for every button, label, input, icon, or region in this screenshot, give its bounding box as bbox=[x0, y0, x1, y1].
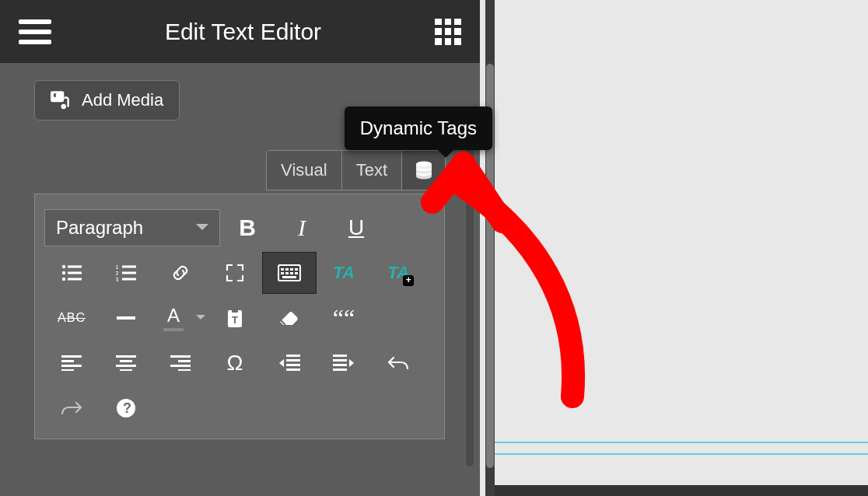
apps-grid-icon[interactable] bbox=[435, 19, 461, 45]
indent-icon bbox=[333, 355, 355, 372]
svg-rect-36 bbox=[116, 365, 136, 367]
svg-point-4 bbox=[62, 265, 65, 268]
svg-rect-38 bbox=[170, 355, 191, 358]
svg-rect-34 bbox=[116, 355, 136, 358]
ta-button-1[interactable]: TA bbox=[317, 252, 371, 294]
clear-formatting-button[interactable] bbox=[262, 297, 317, 339]
svg-rect-32 bbox=[61, 365, 82, 367]
svg-rect-28 bbox=[232, 308, 238, 313]
svg-rect-30 bbox=[61, 355, 82, 358]
svg-rect-35 bbox=[120, 360, 132, 362]
wysiwyg-toolbar: Paragraph B I U 123 TA TA ABC A bbox=[34, 194, 445, 439]
italic-button[interactable]: I bbox=[275, 205, 329, 250]
indent-button[interactable] bbox=[317, 342, 371, 384]
bullet-list-button[interactable] bbox=[44, 252, 99, 294]
keyboard-icon bbox=[278, 264, 301, 281]
add-media-button[interactable]: Add Media bbox=[34, 80, 180, 121]
help-icon: ? bbox=[116, 398, 136, 418]
canvas-footer bbox=[495, 485, 868, 496]
guide-line bbox=[495, 453, 868, 455]
svg-rect-31 bbox=[61, 360, 74, 362]
chevron-down-icon bbox=[196, 315, 205, 324]
outdent-icon bbox=[278, 355, 300, 372]
editor-tabs: Visual Text bbox=[266, 150, 446, 190]
align-right-button[interactable] bbox=[153, 342, 208, 384]
svg-rect-11 bbox=[122, 266, 136, 268]
inner-scrollbar[interactable] bbox=[466, 131, 474, 466]
format-select[interactable]: Paragraph bbox=[44, 209, 220, 246]
align-center-icon bbox=[116, 355, 136, 371]
menu-icon[interactable] bbox=[19, 19, 51, 44]
dynamic-tags-tooltip: Dynamic Tags bbox=[345, 107, 492, 150]
svg-rect-20 bbox=[295, 268, 298, 271]
chevron-down-icon bbox=[196, 224, 208, 236]
link-icon bbox=[170, 262, 191, 284]
preview-canvas bbox=[495, 0, 868, 496]
outdent-button[interactable] bbox=[262, 342, 317, 384]
svg-rect-45 bbox=[286, 369, 300, 371]
tab-visual[interactable]: Visual bbox=[267, 151, 341, 190]
ta-button-2[interactable]: TA bbox=[371, 252, 425, 294]
undo-button[interactable] bbox=[371, 342, 425, 384]
svg-rect-23 bbox=[290, 272, 293, 274]
numbered-list-icon: 123 bbox=[116, 264, 136, 281]
numbered-list-button[interactable]: 123 bbox=[99, 252, 153, 294]
svg-rect-19 bbox=[290, 268, 293, 271]
special-character-button[interactable]: Ω bbox=[208, 342, 262, 384]
ta-icon: TA bbox=[333, 263, 355, 283]
svg-rect-48 bbox=[333, 364, 347, 366]
svg-rect-42 bbox=[286, 355, 300, 357]
strikethrough-button[interactable]: ABC bbox=[44, 297, 99, 339]
panel-scrollbar[interactable] bbox=[485, 0, 495, 496]
guide-line bbox=[495, 442, 868, 443]
redo-button[interactable] bbox=[44, 387, 99, 429]
svg-rect-44 bbox=[286, 364, 300, 366]
svg-text:T: T bbox=[232, 314, 238, 326]
toolbar-toggle-button[interactable] bbox=[262, 252, 317, 294]
help-button[interactable]: ? bbox=[99, 387, 153, 429]
eraser-icon bbox=[278, 309, 300, 327]
panel-header: Edit Text Editor bbox=[0, 0, 480, 63]
svg-rect-41 bbox=[178, 369, 191, 371]
bold-button[interactable]: B bbox=[220, 205, 275, 250]
ta-plus-icon: TA bbox=[387, 263, 409, 283]
paste-text-button[interactable]: T bbox=[208, 297, 262, 339]
svg-rect-47 bbox=[333, 359, 347, 362]
svg-rect-18 bbox=[285, 268, 289, 271]
align-left-icon bbox=[61, 355, 82, 371]
blockquote-button[interactable]: ““ bbox=[317, 297, 371, 339]
align-left-button[interactable] bbox=[44, 342, 99, 384]
svg-rect-22 bbox=[285, 272, 289, 274]
fullscreen-button[interactable] bbox=[208, 252, 262, 294]
svg-rect-40 bbox=[170, 365, 191, 367]
link-button[interactable] bbox=[153, 252, 208, 294]
svg-rect-21 bbox=[281, 272, 284, 274]
add-media-label: Add Media bbox=[82, 90, 163, 110]
hr-icon bbox=[117, 316, 135, 320]
align-center-button[interactable] bbox=[99, 342, 153, 384]
database-icon bbox=[415, 161, 432, 180]
svg-rect-7 bbox=[68, 272, 82, 274]
svg-rect-9 bbox=[68, 278, 82, 281]
svg-rect-24 bbox=[295, 272, 298, 274]
svg-text:?: ? bbox=[123, 400, 131, 416]
bullet-list-icon bbox=[61, 264, 82, 281]
format-select-label: Paragraph bbox=[56, 217, 143, 239]
svg-rect-39 bbox=[178, 360, 191, 362]
panel-body: Add Media Dynamic Tags Visual Text Parag… bbox=[0, 63, 480, 121]
svg-point-2 bbox=[61, 104, 65, 109]
text-color-button[interactable]: A bbox=[153, 297, 194, 339]
svg-rect-26 bbox=[117, 316, 135, 320]
svg-rect-17 bbox=[281, 268, 284, 271]
horizontal-rule-button[interactable] bbox=[99, 297, 153, 339]
expand-icon bbox=[226, 264, 244, 282]
svg-rect-37 bbox=[120, 369, 132, 371]
underline-button[interactable]: U bbox=[329, 205, 383, 250]
svg-rect-49 bbox=[333, 369, 347, 371]
align-right-icon bbox=[170, 355, 191, 371]
text-color-dropdown[interactable] bbox=[194, 312, 208, 324]
svg-text:3: 3 bbox=[116, 276, 119, 281]
tab-text[interactable]: Text bbox=[341, 151, 401, 190]
svg-rect-25 bbox=[282, 276, 296, 278]
svg-rect-13 bbox=[122, 272, 136, 274]
